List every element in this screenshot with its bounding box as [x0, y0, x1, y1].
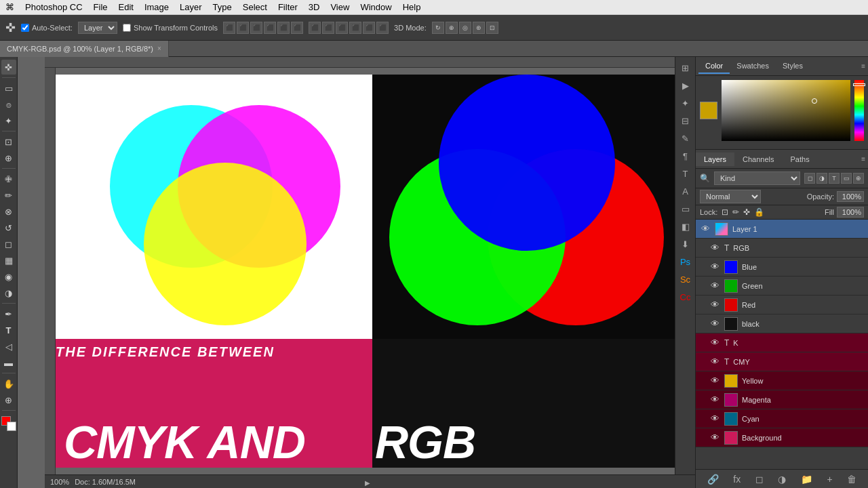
dist-left-icon[interactable]: ⬛	[349, 22, 361, 34]
tab-color[interactable]: Color	[698, 59, 730, 74]
layer-item-cyan[interactable]: 👁 Cyan	[696, 409, 868, 428]
fill-input[interactable]: 100%	[837, 207, 864, 218]
align-vcenter-icon[interactable]: ⬛	[237, 22, 249, 34]
layer-vis-red[interactable]: 👁	[709, 300, 720, 310]
menu-image[interactable]: Image	[144, 2, 169, 12]
tab-close-button[interactable]: ×	[157, 45, 161, 52]
layer-vis-blue[interactable]: 👁	[709, 262, 720, 272]
menu-help[interactable]: Help	[403, 2, 421, 12]
move-tool-button[interactable]: ✜	[1, 60, 16, 75]
layer-vis-layer1[interactable]: 👁	[700, 224, 711, 235]
delete-layer-button[interactable]: 🗑	[844, 472, 859, 486]
wand-tool-button[interactable]: ✦	[1, 113, 16, 128]
menu-photoshop[interactable]: Photoshop CC	[25, 2, 83, 12]
layers-panel-collapse[interactable]: ≡	[861, 155, 865, 163]
eraser-tool-button[interactable]: ◻	[1, 237, 16, 251]
dodge-tool-button[interactable]: ◑	[1, 285, 16, 300]
menu-edit[interactable]: Edit	[119, 2, 134, 12]
color-gradient-picker[interactable]	[722, 80, 850, 141]
3d-orbit-icon[interactable]: ◎	[459, 22, 471, 34]
layer-item-k[interactable]: 👁 T K	[696, 333, 868, 352]
menu-file[interactable]: File	[94, 2, 108, 12]
layer-item-black[interactable]: 👁 black	[696, 314, 868, 333]
layer-item-magenta[interactable]: 👁 Magenta	[696, 390, 868, 409]
menu-layer[interactable]: Layer	[180, 2, 202, 12]
menu-view[interactable]: View	[330, 2, 349, 12]
character-icon[interactable]: A	[677, 183, 694, 199]
menu-filter[interactable]: Filter	[278, 2, 298, 12]
tab-paths[interactable]: Paths	[783, 152, 818, 166]
lock-move-icon[interactable]: ✜	[743, 207, 750, 217]
lasso-tool-button[interactable]: ⌾	[1, 97, 16, 112]
shapes-icon[interactable]: ▭	[677, 201, 694, 217]
marquee-tool-button[interactable]: ▭	[1, 81, 16, 96]
ruler-icon[interactable]: ⊟	[677, 113, 694, 129]
filter-pixel-icon[interactable]: ◻	[804, 173, 815, 184]
type2-icon[interactable]: T	[677, 165, 694, 182]
layer-vis-k[interactable]: 👁	[709, 338, 720, 348]
layer-item-red[interactable]: 👁 Red	[696, 296, 868, 314]
link-layers-button[interactable]: 🔗	[705, 472, 722, 486]
align-left-icon[interactable]: ⬛	[264, 22, 276, 34]
add-mask-button[interactable]: ◻	[753, 472, 766, 486]
layer-vis-cmy[interactable]: 👁	[709, 357, 720, 367]
play-icon[interactable]: ▶	[677, 77, 694, 94]
tab-layers[interactable]: Layers	[696, 152, 734, 166]
menu-type[interactable]: Type	[213, 2, 232, 12]
layer-kind-select[interactable]: Kind	[714, 171, 800, 185]
align-right-icon[interactable]: ⬛	[291, 22, 303, 34]
align-top-icon[interactable]: ⬛	[223, 22, 235, 34]
canvas-viewport[interactable]: THE DIFFERENCE BETWEEN CMYK AND RGB	[56, 68, 675, 474]
layer-item-rgb[interactable]: 👁 T RGB	[696, 239, 868, 258]
layer-vis-cyan[interactable]: 👁	[709, 413, 720, 424]
layer-item-green[interactable]: 👁 Green	[696, 277, 868, 296]
lock-paint-icon[interactable]: ✏	[732, 207, 739, 217]
dist-right-icon[interactable]: ⬛	[376, 22, 389, 34]
layer-vis-green[interactable]: 👁	[709, 281, 720, 291]
arrange-icon[interactable]: ⊞	[677, 60, 694, 76]
opacity-input[interactable]: 100%	[837, 191, 864, 202]
dist-top-icon[interactable]: ⬛	[309, 22, 321, 34]
dist-bottom-icon[interactable]: ⬛	[336, 22, 348, 34]
filter-smart-icon[interactable]: ⊕	[853, 173, 864, 184]
3d-roll-icon[interactable]: ⊛	[473, 22, 485, 34]
eyedropper-tool-button[interactable]: ⊕	[1, 150, 16, 165]
lock-all-icon[interactable]: 🔒	[754, 207, 764, 217]
auto-select-checkbox[interactable]	[21, 24, 29, 32]
download-icon[interactable]: ⬇	[677, 236, 694, 252]
3d-pan-icon[interactable]: ⊕	[446, 22, 458, 34]
3d-zoom-icon[interactable]: ⊡	[486, 22, 498, 34]
zoom-tool-button[interactable]: ⊕	[1, 392, 16, 407]
gradient-tool-button[interactable]: ▦	[1, 253, 16, 268]
3d-rotate-icon[interactable]: ↻	[432, 22, 444, 34]
layer-item-yellow[interactable]: 👁 Yellow	[696, 371, 868, 390]
layer-vis-rgb[interactable]: 👁	[709, 243, 720, 253]
tab-styles[interactable]: Styles	[776, 59, 810, 74]
hue-strip[interactable]	[854, 80, 864, 141]
background-color[interactable]	[7, 422, 16, 431]
layer-item-cmy[interactable]: 👁 T CMY	[696, 352, 868, 371]
lock-pixels-icon[interactable]: ⊡	[722, 207, 728, 217]
shape-tool-button[interactable]: ▬	[1, 355, 16, 370]
filter-shape-icon[interactable]: ▭	[841, 173, 852, 184]
blur-tool-button[interactable]: ◉	[1, 269, 16, 284]
layer-vis-black[interactable]: 👁	[709, 319, 720, 329]
puppet-icon[interactable]: ✦	[677, 95, 694, 111]
layer-item-blue[interactable]: 👁 Blue	[696, 258, 868, 277]
show-transform-checkbox[interactable]	[123, 24, 131, 32]
brush-tool-button[interactable]: ✏	[1, 188, 16, 203]
scroll-arrow[interactable]: ▶	[365, 479, 370, 487]
cc-icon[interactable]: Cc	[677, 289, 694, 305]
align-bottom-icon[interactable]: ⬛	[250, 22, 262, 34]
color-panel-collapse[interactable]: ≡	[861, 62, 865, 70]
pen-tool-button[interactable]: ✒	[1, 306, 16, 321]
tab-channels[interactable]: Channels	[734, 152, 782, 166]
apple-menu[interactable]: ⌘	[5, 2, 14, 12]
add-style-button[interactable]: fx	[730, 472, 743, 486]
heal-tool-button[interactable]: ✙	[1, 171, 16, 186]
dist-hcenter-icon[interactable]: ⬛	[363, 22, 375, 34]
filter-type-icon[interactable]: T	[829, 173, 840, 184]
layer-item-background[interactable]: 👁 Background	[696, 428, 868, 447]
dist-vcenter-icon[interactable]: ⬛	[322, 22, 334, 34]
new-group-button[interactable]: 📁	[798, 472, 815, 486]
